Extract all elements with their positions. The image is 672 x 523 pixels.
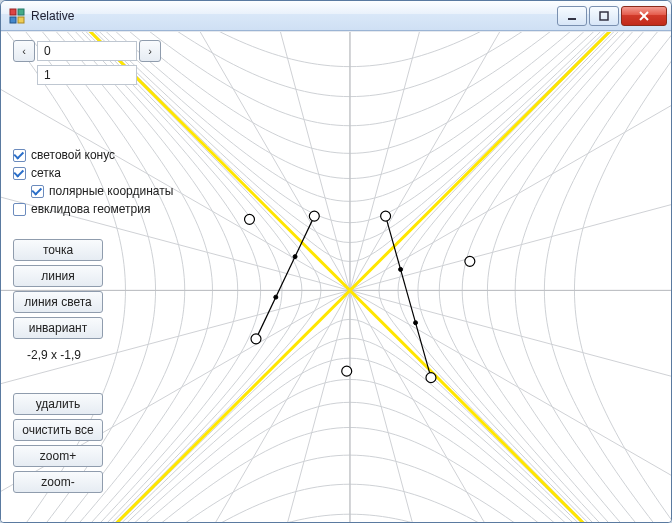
clear-button[interactable]: очистить все (13, 419, 103, 441)
chevron-right-icon: › (148, 45, 152, 57)
line-button[interactable]: линия (13, 265, 103, 287)
checkbox-label: евклидова геометрия (31, 202, 150, 216)
titlebar: Relative (1, 1, 671, 31)
checkbox-light-cone[interactable]: световой конус (13, 148, 173, 162)
checkbox-label: полярные координаты (49, 184, 173, 198)
zoom-out-button[interactable]: zoom- (13, 471, 103, 493)
svg-point-50 (465, 256, 475, 266)
chevron-left-icon: ‹ (22, 45, 26, 57)
svg-rect-0 (10, 9, 16, 15)
minimize-button[interactable] (557, 6, 587, 26)
window-title: Relative (31, 9, 549, 23)
svg-line-13 (350, 32, 531, 290)
index-input[interactable] (37, 41, 137, 61)
coordinate-readout: -2,9 x -1,9 (27, 348, 173, 362)
checkbox-icon (13, 149, 26, 162)
svg-point-49 (342, 366, 352, 376)
svg-point-41 (399, 267, 403, 271)
invariant-button[interactable]: инвариант (13, 317, 103, 339)
next-button[interactable]: › (139, 40, 161, 62)
checkbox-icon (13, 203, 26, 216)
svg-rect-1 (18, 9, 24, 15)
svg-line-15 (169, 32, 350, 290)
svg-rect-2 (10, 17, 16, 23)
tool-buttons: точка линия линия света инвариант (13, 239, 173, 339)
svg-point-46 (251, 334, 261, 344)
close-button[interactable] (621, 6, 667, 26)
svg-point-38 (274, 295, 278, 299)
svg-line-29 (350, 290, 671, 522)
spinner-row-top: ‹ › (13, 40, 173, 62)
checkbox-euclidean[interactable]: евклидова геометрия (13, 202, 173, 216)
maximize-button[interactable] (589, 6, 619, 26)
svg-point-48 (426, 373, 436, 383)
svg-line-27 (350, 290, 531, 522)
svg-line-28 (350, 290, 671, 522)
checkbox-icon (31, 185, 44, 198)
content-area: ‹ › световой конус сетка (1, 31, 671, 522)
step-input[interactable] (37, 65, 137, 85)
svg-point-47 (381, 211, 391, 221)
svg-point-37 (293, 255, 297, 259)
svg-line-25 (169, 290, 350, 522)
checkbox-icon (13, 167, 26, 180)
checkbox-label: световой конус (31, 148, 115, 162)
svg-line-30 (350, 290, 671, 522)
svg-point-45 (309, 211, 319, 221)
svg-rect-5 (600, 12, 608, 20)
svg-rect-3 (18, 17, 24, 23)
checkbox-label: сетка (31, 166, 61, 180)
checkbox-grid[interactable]: сетка (13, 166, 173, 180)
zoom-in-button[interactable]: zoom+ (13, 445, 103, 467)
control-panel: ‹ › световой конус сетка (13, 40, 173, 493)
prev-button[interactable]: ‹ (13, 40, 35, 62)
delete-button[interactable]: удалить (13, 393, 103, 415)
light-line-button[interactable]: линия света (13, 291, 103, 313)
window-buttons (555, 6, 667, 26)
svg-line-36 (256, 216, 314, 339)
point-button[interactable]: точка (13, 239, 103, 261)
checkbox-group: световой конус сетка полярные координаты… (13, 148, 173, 216)
edit-buttons: удалить очистить все zoom+ zoom- (13, 393, 173, 493)
checkbox-polar[interactable]: полярные координаты (31, 184, 173, 198)
svg-point-44 (245, 214, 255, 224)
app-window: Relative ‹ › (0, 0, 672, 523)
svg-point-42 (414, 321, 418, 325)
app-icon (9, 8, 25, 24)
